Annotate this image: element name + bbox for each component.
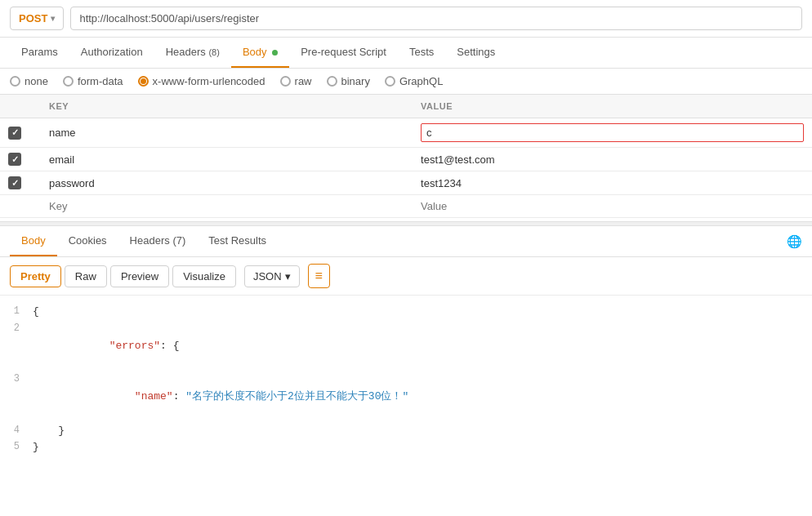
body-type-urlencoded-label: x-www-form-urlencoded — [153, 75, 265, 87]
key-input-empty[interactable] — [49, 200, 404, 212]
response-tab-headers-label: Headers — [130, 234, 170, 247]
line-num-1: 1 — [0, 304, 33, 319]
row-key-cell[interactable] — [41, 118, 413, 148]
response-tab-right: 🌐 — [787, 234, 802, 249]
url-input[interactable] — [70, 7, 802, 30]
body-type-formdata[interactable]: form-data — [63, 75, 123, 87]
format-raw-button[interactable]: Raw — [65, 265, 107, 287]
line-num-4: 4 — [0, 423, 33, 438]
wrap-button[interactable]: ≡ — [308, 264, 330, 288]
body-type-none[interactable]: none — [10, 75, 48, 87]
tab-settings[interactable]: Settings — [445, 38, 506, 68]
line-content-2: "errors": { — [33, 321, 812, 371]
row-key-cell[interactable] — [41, 171, 413, 195]
wrap-icon: ≡ — [315, 269, 323, 282]
tab-body-label: Body — [243, 46, 267, 58]
tab-headers-badge: (8) — [208, 47, 219, 57]
row-value-empty[interactable] — [413, 195, 812, 218]
col-checkbox — [0, 95, 41, 118]
format-dropdown-chevron: ▾ — [285, 270, 291, 282]
table-row — [0, 171, 812, 195]
body-type-graphql-label: GraphQL — [399, 75, 443, 87]
code-area: 1 { 2 "errors": { 3 "name": "名字的长度不能小于2位… — [0, 296, 812, 465]
line-content-4: } — [33, 423, 812, 440]
code-line-1: 1 { — [0, 304, 812, 321]
checkbox-name[interactable] — [8, 127, 21, 140]
row-value-cell[interactable] — [413, 118, 812, 148]
checkbox-password[interactable] — [8, 176, 21, 189]
value-input-password[interactable] — [421, 177, 804, 189]
tab-params[interactable]: Params — [10, 38, 69, 68]
row-value-cell[interactable] — [413, 148, 812, 171]
value-input-email[interactable] — [421, 153, 804, 166]
format-visualize-button[interactable]: Visualize — [172, 265, 236, 287]
line-num-5: 5 — [0, 439, 33, 455]
body-type-binary[interactable]: binary — [327, 75, 370, 87]
table-row — [0, 148, 812, 171]
col-value: VALUE — [413, 95, 812, 118]
method-select[interactable]: POST ▾ — [10, 7, 64, 30]
tab-headers-label: Headers — [166, 46, 206, 58]
response-tab-headers-badge: (7) — [172, 234, 185, 247]
format-dropdown-label: JSON — [253, 270, 282, 282]
key-input-name[interactable] — [49, 127, 404, 139]
tab-tests[interactable]: Tests — [398, 38, 445, 68]
response-tab-body[interactable]: Body — [10, 226, 57, 256]
code-line-3: 3 "name": "名字的长度不能小于2位并且不能大于30位！" — [0, 371, 812, 422]
row-checkbox-empty — [0, 195, 41, 218]
response-section: Body Cookies Headers (7) Test Results 🌐 … — [0, 226, 812, 465]
method-label: POST — [19, 12, 47, 24]
code-line-4: 4 } — [0, 423, 812, 440]
radio-formdata — [63, 76, 74, 87]
method-chevron: ▾ — [51, 14, 55, 23]
body-type-binary-label: binary — [341, 75, 370, 87]
response-tab-headers[interactable]: Headers (7) — [118, 226, 198, 256]
line-num-3: 3 — [0, 371, 33, 387]
radio-binary — [327, 76, 337, 87]
key-input-email[interactable] — [49, 153, 404, 166]
line-num-2: 2 — [0, 321, 33, 336]
body-type-raw-label: raw — [295, 75, 312, 87]
col-key: KEY — [41, 95, 413, 118]
format-pretty-button[interactable]: Pretty — [10, 265, 61, 287]
body-type-urlencoded[interactable]: x-www-form-urlencoded — [138, 75, 265, 87]
tab-body-dot — [272, 50, 278, 56]
row-value-cell[interactable] — [413, 171, 812, 195]
response-toolbar: Pretty Raw Preview Visualize JSON ▾ ≡ — [0, 257, 812, 296]
radio-urlencoded — [138, 76, 149, 87]
checkbox-email[interactable] — [8, 153, 21, 166]
body-type-raw[interactable]: raw — [280, 75, 312, 87]
top-bar: POST ▾ — [0, 0, 812, 38]
value-input-empty[interactable] — [421, 200, 804, 212]
line-content-1: { — [33, 304, 812, 321]
row-checkbox-cell[interactable] — [0, 171, 41, 195]
tab-prerequest[interactable]: Pre-request Script — [289, 38, 398, 68]
row-checkbox-cell[interactable] — [0, 148, 41, 171]
body-type-graphql[interactable]: GraphQL — [385, 75, 443, 87]
tab-authorization[interactable]: Authorization — [69, 38, 154, 68]
format-preview-button[interactable]: Preview — [110, 265, 169, 287]
line-content-5: } — [33, 439, 812, 456]
tab-body[interactable]: Body — [231, 38, 289, 68]
request-tabs: Params Authorization Headers (8) Body Pr… — [0, 38, 812, 69]
row-checkbox-cell[interactable] — [0, 118, 41, 148]
response-tab-testresults[interactable]: Test Results — [197, 226, 278, 256]
row-key-empty[interactable] — [41, 195, 413, 218]
table-row-empty — [0, 195, 812, 218]
body-type-formdata-label: form-data — [78, 75, 123, 87]
table-row — [0, 118, 812, 148]
response-tab-cookies[interactable]: Cookies — [57, 226, 118, 256]
code-line-2: 2 "errors": { — [0, 321, 812, 371]
form-table: KEY VALUE — [0, 95, 812, 218]
globe-icon[interactable]: 🌐 — [787, 234, 802, 249]
value-input-name[interactable] — [421, 123, 804, 142]
row-key-cell[interactable] — [41, 148, 413, 171]
body-type-none-label: none — [25, 75, 48, 87]
radio-none — [10, 76, 20, 87]
format-dropdown[interactable]: JSON ▾ — [244, 265, 300, 287]
radio-graphql — [385, 76, 395, 87]
tab-headers[interactable]: Headers (8) — [154, 38, 231, 68]
key-input-password[interactable] — [49, 177, 404, 189]
response-tabs: Body Cookies Headers (7) Test Results 🌐 — [0, 226, 812, 257]
radio-raw — [280, 76, 291, 87]
